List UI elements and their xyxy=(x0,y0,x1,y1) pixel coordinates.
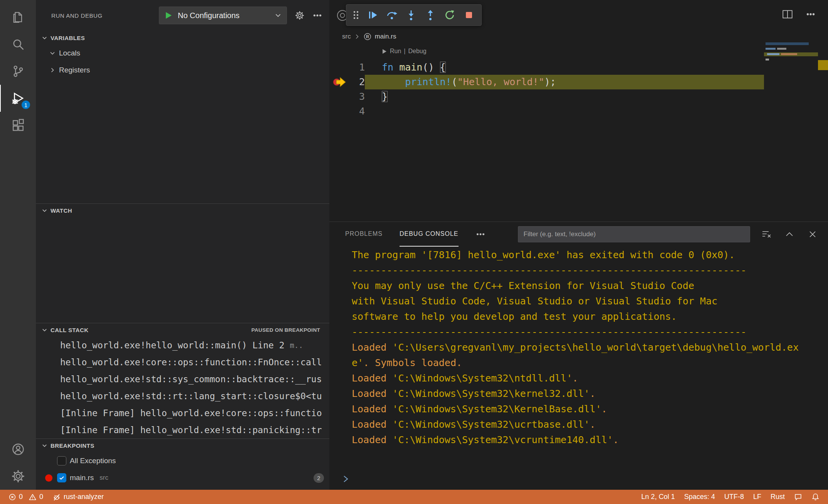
feedback-item[interactable] xyxy=(789,490,807,504)
call-stack-list: hello_world.exe!hello_world::main() Line… xyxy=(36,337,329,438)
explorer-icon xyxy=(11,10,25,24)
console-text-segment: Loaded xyxy=(352,342,392,353)
code-area[interactable]: 1fn main() { 2 println!("Hello, world!")… xyxy=(329,60,764,119)
console-prompt-chevron-icon[interactable] xyxy=(341,474,350,484)
call-stack-frame-4[interactable]: [Inline Frame] hello_world.exe!core::ops… xyxy=(36,405,329,422)
section-header-call-stack[interactable]: CALL STACK PAUSED ON BREAKPOINT xyxy=(36,323,329,337)
code-text[interactable]: } xyxy=(365,89,764,104)
console-text-segment: . xyxy=(590,419,595,430)
section-header-breakpoints[interactable]: BREAKPOINTS xyxy=(36,438,329,452)
console-filter-input[interactable] xyxy=(518,226,750,242)
code-line-2[interactable]: 2 println!("Hello, world!"); xyxy=(329,75,764,89)
breakpoint-current-line-glyph[interactable] xyxy=(329,75,351,89)
code-token: ; xyxy=(550,76,556,87)
code-text[interactable]: fn main() { xyxy=(365,60,764,75)
breakpoint-icon-slot xyxy=(44,474,54,482)
run-and-debug-sidebar: RUN AND DEBUG No Configurations VARIABLE… xyxy=(36,0,329,490)
section-label: BREAKPOINTS xyxy=(51,442,94,449)
split-editor-icon[interactable] xyxy=(782,8,793,20)
breakpoint-row-all-exceptions[interactable]: All Exceptions xyxy=(36,452,329,469)
rust-analyzer-status[interactable]: rust-analyzer xyxy=(48,490,108,504)
checkbox-main-rs[interactable] xyxy=(57,473,66,482)
activity-item-extensions[interactable] xyxy=(0,112,36,139)
close-panel-icon[interactable] xyxy=(807,229,818,240)
call-stack-frame-2[interactable]: hello_world.exe!std::sys_common::backtra… xyxy=(36,371,329,388)
start-debug-icon[interactable] xyxy=(164,11,173,20)
panel-more-actions-icon[interactable] xyxy=(476,229,486,239)
step-out-button[interactable] xyxy=(422,7,439,24)
gutter-glyph-margin[interactable] xyxy=(329,89,351,104)
code-token: () xyxy=(422,62,434,73)
gutter-glyph-margin[interactable] xyxy=(329,104,351,119)
activity-item-explorer[interactable] xyxy=(0,4,36,31)
status-item-rust[interactable]: Rust xyxy=(766,490,789,504)
views-more-actions-icon[interactable] xyxy=(312,10,322,20)
editor-more-actions-icon[interactable] xyxy=(805,8,816,20)
stack-frame-label: hello_world.exe!core::ops::function::FnO… xyxy=(60,357,322,367)
codelens-debug-link[interactable]: Debug xyxy=(408,48,427,55)
continue-button[interactable] xyxy=(364,7,381,24)
clear-console-icon[interactable] xyxy=(761,229,772,240)
tab-problems[interactable]: PROBLEMS xyxy=(345,222,383,247)
code-editor[interactable]: src R main.rs Run | Debug 1fn main() { 2… xyxy=(329,0,828,222)
breadcrumb-file[interactable]: main.rs xyxy=(375,33,396,40)
debug-config-dropdown[interactable]: No Configurations xyxy=(159,7,287,24)
chevron-down-icon xyxy=(274,12,282,19)
chevron-down-icon xyxy=(41,207,48,214)
section-header-variables[interactable]: VARIABLES xyxy=(36,31,329,45)
activity-item-search[interactable] xyxy=(0,31,36,58)
status-item-utf-8[interactable]: UTF-8 xyxy=(720,490,749,504)
code-line-1[interactable]: 1fn main() { xyxy=(329,60,764,75)
section-header-watch[interactable]: WATCH xyxy=(36,203,329,217)
toolbar-gripper-icon[interactable] xyxy=(350,7,362,24)
console-text-segment: . xyxy=(572,373,578,384)
tree-item-registers[interactable]: Registers xyxy=(36,62,329,79)
status-item-spaces-4[interactable]: Spaces: 4 xyxy=(680,490,720,504)
minimap-line xyxy=(767,53,779,55)
tree-item-locals[interactable]: Locals xyxy=(36,45,329,62)
debug-console-output[interactable]: The program '[7816] hello_world.exe' has… xyxy=(329,247,828,490)
step-over-button[interactable] xyxy=(383,7,400,24)
debug-count-badge: 1 xyxy=(21,100,31,110)
console-line: The program '[7816] hello_world.exe' has… xyxy=(352,247,828,263)
stop-button[interactable] xyxy=(460,7,477,24)
call-stack-frame-3[interactable]: hello_world.exe!std::rt::lang_start::clo… xyxy=(36,388,329,405)
code-text[interactable] xyxy=(365,104,764,119)
minimap[interactable] xyxy=(764,42,820,69)
collapse-panel-icon[interactable] xyxy=(784,229,795,240)
activity-item-run-and-debug[interactable]: 1 xyxy=(0,85,36,112)
console-text-segment: . Symbols loaded. xyxy=(363,357,462,368)
activity-item-source-control[interactable] xyxy=(0,58,36,85)
status-item-lf[interactable]: LF xyxy=(749,490,766,504)
breadcrumb-folder[interactable]: src xyxy=(342,33,351,40)
editor-and-panel: src R main.rs Run | Debug 1fn main() { 2… xyxy=(329,0,828,490)
codelens-separator: | xyxy=(404,48,405,55)
code-token: ) xyxy=(544,76,550,87)
status-item-ln-2-col-1[interactable]: Ln 2, Col 1 xyxy=(637,490,680,504)
feedback-icon xyxy=(794,493,802,501)
activity-item-accounts[interactable] xyxy=(0,436,36,463)
settings-gear-icon xyxy=(11,469,25,483)
extensions-icon xyxy=(11,118,25,132)
section-label: WATCH xyxy=(51,207,72,214)
code-text[interactable]: println!("Hello, world!"); xyxy=(365,75,764,89)
warning-icon xyxy=(29,493,37,501)
step-into-button[interactable] xyxy=(403,7,420,24)
restart-button[interactable] xyxy=(441,7,458,24)
gutter-glyph-margin[interactable] xyxy=(329,60,351,75)
code-line-3[interactable]: 3} xyxy=(329,89,764,104)
codelens-run-link[interactable]: Run xyxy=(390,48,401,55)
breakpoint-row-main-rs[interactable]: main.rs src 2 xyxy=(36,469,329,486)
console-text-segment: 'C:\Windows\System32\KernelBase.dll' xyxy=(392,403,601,415)
call-stack-frame-5[interactable]: [Inline Frame] hello_world.exe!std::pani… xyxy=(36,422,329,438)
call-stack-frame-0[interactable]: hello_world.exe!hello_world::main() Line… xyxy=(36,337,329,354)
activity-item-settings[interactable] xyxy=(0,463,36,490)
code-line-4[interactable]: 4 xyxy=(329,104,764,119)
tab-debug-console[interactable]: DEBUG CONSOLE xyxy=(400,222,459,247)
problems-status[interactable]: 0 0 xyxy=(4,490,48,504)
call-stack-frame-1[interactable]: hello_world.exe!core::ops::function::FnO… xyxy=(36,354,329,371)
launch-settings-gear-icon[interactable] xyxy=(295,10,305,20)
console-text-segment: Loaded xyxy=(352,403,392,415)
checkbox-all-exceptions[interactable] xyxy=(57,456,66,465)
notifications-item[interactable] xyxy=(807,490,824,504)
